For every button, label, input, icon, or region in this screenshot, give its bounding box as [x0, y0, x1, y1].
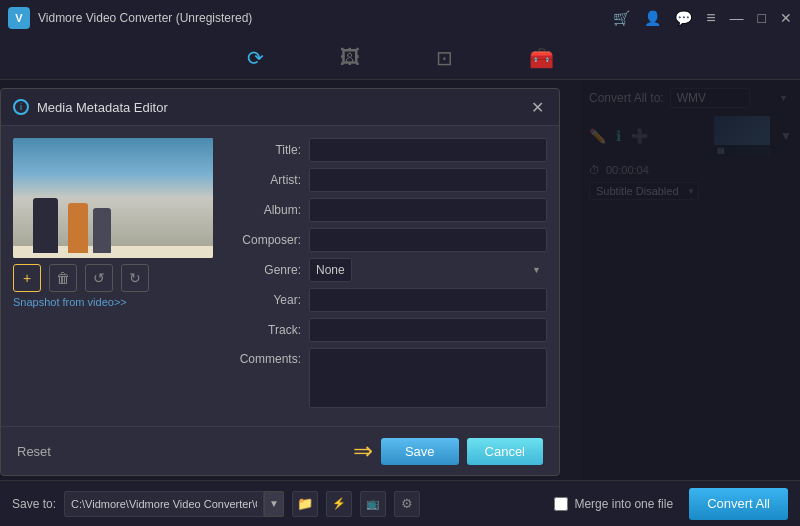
app-title: Vidmore Video Converter (Unregistered)	[38, 11, 605, 25]
person3-decoration	[93, 208, 111, 253]
title-label: Title:	[229, 143, 301, 157]
thumbnail-controls: + 🗑 ↺ ↻	[13, 264, 213, 292]
chat-icon[interactable]: 💬	[675, 10, 692, 26]
track-label: Track:	[229, 323, 301, 337]
comments-row: Comments:	[229, 348, 547, 408]
artist-label: Artist:	[229, 173, 301, 187]
user-icon[interactable]: 👤	[644, 10, 661, 26]
dialog-footer: Reset ⇒ Save Cancel	[1, 426, 559, 475]
dialog-close-button[interactable]: ✕	[527, 97, 547, 117]
settings-button[interactable]: ⚙	[394, 491, 420, 517]
dialog-title: Media Metadata Editor	[37, 100, 527, 115]
main-content: Convert All to: WMV MP4 AVI ✏️ ℹ ➕ ▤ ▼ ⏱…	[0, 80, 800, 480]
composer-label: Composer:	[229, 233, 301, 247]
window-controls: 🛒 👤 💬 ≡ — □ ✕	[613, 9, 792, 27]
convert-all-button[interactable]: Convert All	[689, 488, 788, 520]
track-input[interactable]	[309, 318, 547, 342]
album-row: Album:	[229, 198, 547, 222]
dialog-body: + 🗑 ↺ ↻ Snapshot from video>> Title: Art…	[1, 126, 559, 426]
cancel-button[interactable]: Cancel	[467, 438, 543, 465]
comments-label: Comments:	[229, 348, 301, 366]
title-input[interactable]	[309, 138, 547, 162]
cart-icon[interactable]: 🛒	[613, 10, 630, 26]
genre-select[interactable]: None	[309, 258, 352, 282]
genre-label: Genre:	[229, 263, 301, 277]
redo-thumbnail-button[interactable]: ↻	[121, 264, 149, 292]
save-path-input[interactable]	[64, 491, 264, 517]
nav-tabs: ⟳ 🖼 ⊡ 🧰	[0, 36, 800, 80]
save-path-wrapper: ▼	[64, 491, 284, 517]
merge-checkbox[interactable]	[554, 497, 568, 511]
reset-button[interactable]: Reset	[17, 444, 51, 459]
convert-icon: ⟳	[247, 46, 264, 70]
dialog-overlay: i Media Metadata Editor ✕	[0, 80, 800, 480]
dialog-info-icon: i	[13, 99, 29, 115]
tab-toolbox[interactable]: 🧰	[521, 42, 562, 74]
save-to-label: Save to:	[12, 497, 56, 511]
footer-actions: ⇒ Save Cancel	[353, 437, 543, 465]
thumbnail-panel: + 🗑 ↺ ↻ Snapshot from video>>	[13, 138, 213, 414]
album-input[interactable]	[309, 198, 547, 222]
edit-icon: ⊡	[436, 46, 453, 70]
person2-decoration	[68, 203, 88, 253]
merge-checkbox-area: Merge into one file	[554, 497, 673, 511]
thumbnail-image	[13, 138, 213, 258]
composer-row: Composer:	[229, 228, 547, 252]
form-panel: Title: Artist: Album: Composer:	[229, 138, 547, 414]
close-button[interactable]: ✕	[780, 10, 792, 26]
metadata-editor-dialog: i Media Metadata Editor ✕	[0, 88, 560, 476]
artist-input[interactable]	[309, 168, 547, 192]
screen-button[interactable]: 📺	[360, 491, 386, 517]
merge-label: Merge into one file	[574, 497, 673, 511]
arrow-right-icon: ⇒	[353, 437, 373, 465]
artist-row: Artist:	[229, 168, 547, 192]
genre-row: Genre: None	[229, 258, 547, 282]
flash-button[interactable]: ⚡	[326, 491, 352, 517]
path-dropdown-button[interactable]: ▼	[264, 491, 284, 517]
bottom-bar: Save to: ▼ 📁 ⚡ 📺 ⚙ Merge into one file C…	[0, 480, 800, 526]
album-label: Album:	[229, 203, 301, 217]
person1-decoration	[33, 198, 58, 253]
image-icon: 🖼	[340, 46, 360, 69]
title-row: Title:	[229, 138, 547, 162]
menu-icon[interactable]: ≡	[706, 9, 715, 27]
genre-select-wrapper: None	[309, 258, 547, 282]
delete-thumbnail-button[interactable]: 🗑	[49, 264, 77, 292]
comments-input[interactable]	[309, 348, 547, 408]
add-thumbnail-button[interactable]: +	[13, 264, 41, 292]
track-row: Track:	[229, 318, 547, 342]
tab-convert[interactable]: ⟳	[239, 42, 272, 74]
dialog-header: i Media Metadata Editor ✕	[1, 89, 559, 126]
bottom-icons: 📁 ⚡ 📺 ⚙	[292, 491, 420, 517]
tab-edit[interactable]: ⊡	[428, 42, 461, 74]
undo-thumbnail-button[interactable]: ↺	[85, 264, 113, 292]
composer-input[interactable]	[309, 228, 547, 252]
snapshot-link[interactable]: Snapshot from video>>	[13, 296, 213, 308]
app-logo: V	[8, 7, 30, 29]
maximize-button[interactable]: □	[758, 10, 766, 26]
year-input[interactable]	[309, 288, 547, 312]
tab-image[interactable]: 🖼	[332, 42, 368, 73]
folder-open-button[interactable]: 📁	[292, 491, 318, 517]
minimize-button[interactable]: —	[730, 10, 744, 26]
mall-background	[13, 138, 213, 258]
toolbox-icon: 🧰	[529, 46, 554, 70]
year-label: Year:	[229, 293, 301, 307]
title-bar: V Vidmore Video Converter (Unregistered)…	[0, 0, 800, 36]
save-button[interactable]: Save	[381, 438, 459, 465]
year-row: Year:	[229, 288, 547, 312]
